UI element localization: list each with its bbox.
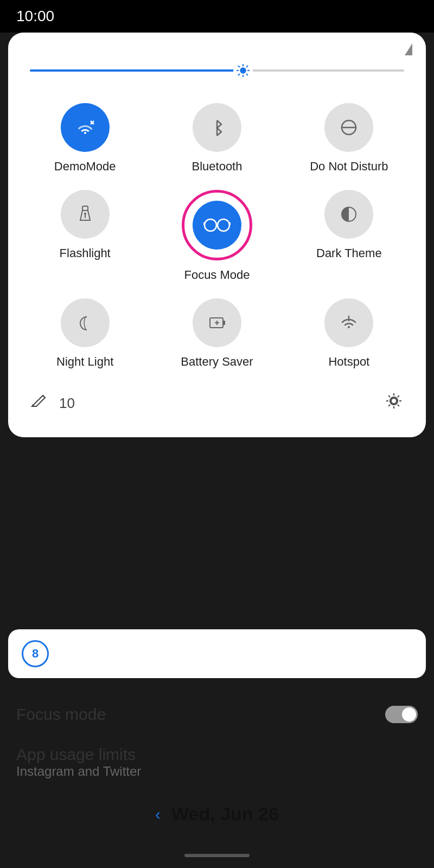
tile-focus-mode[interactable]: Focus Mode xyxy=(156,190,277,282)
tile-circle-night-light xyxy=(61,298,110,347)
signal-icon xyxy=(405,43,412,58)
pencil-icon xyxy=(30,392,48,411)
tile-circle-bluetooth xyxy=(193,103,241,152)
focus-glasses-icon xyxy=(203,218,231,232)
bluetooth-icon xyxy=(207,117,227,138)
app-usage-text: App usage limits Instagram and Twitter xyxy=(16,745,141,779)
tile-dnd[interactable]: Do Not Disturb xyxy=(289,103,410,174)
flashlight-icon xyxy=(75,204,95,225)
tile-circle-focus-mode xyxy=(193,201,241,250)
gear-icon xyxy=(384,391,404,411)
tile-battery-saver[interactable]: Battery Saver xyxy=(156,298,277,369)
tile-dark-theme[interactable]: Dark Theme xyxy=(289,190,410,282)
hotspot-icon xyxy=(338,312,360,334)
tile-label-flashlight: Flashlight xyxy=(60,246,111,260)
wifi-x-icon xyxy=(73,116,97,139)
tile-circle-dnd xyxy=(324,103,373,152)
tile-demo-mode[interactable]: DemoMode xyxy=(24,103,145,174)
tile-circle-hotspot xyxy=(324,298,373,347)
svg-rect-15 xyxy=(82,206,88,210)
night-light-icon xyxy=(75,312,95,333)
tile-circle-battery-saver xyxy=(193,298,241,347)
tile-bluetooth[interactable]: Bluetooth xyxy=(156,103,277,174)
svg-line-6 xyxy=(246,74,248,75)
tile-label-focus-mode: Focus Mode xyxy=(184,268,250,282)
date-bar: ‹ Wed, Jun 26 xyxy=(0,803,434,825)
app-usage-item[interactable]: App usage limits Instagram and Twitter xyxy=(16,735,418,790)
app-usage-label: App usage limits xyxy=(16,745,141,764)
tile-label-demo-mode: DemoMode xyxy=(54,159,116,174)
focus-mode-label: Focus mode xyxy=(16,705,106,724)
focus-ring xyxy=(182,190,252,260)
focus-mode-item[interactable]: Focus mode xyxy=(16,694,418,735)
brightness-thumb[interactable] xyxy=(233,61,253,80)
tile-circle-flashlight xyxy=(61,190,110,239)
tile-count: 10 xyxy=(59,395,75,412)
tile-circle-demo-mode xyxy=(61,103,110,152)
brightness-track xyxy=(30,69,404,72)
notification-badge: 8 xyxy=(22,640,49,667)
sun-icon xyxy=(236,63,250,78)
status-bar: 10:00 xyxy=(0,0,434,33)
svg-rect-25 xyxy=(223,321,225,325)
status-time: 10:00 xyxy=(16,8,54,25)
quick-settings-panel: DemoMode Bluetooth Do Not Disturb xyxy=(8,33,426,437)
svg-point-19 xyxy=(218,219,229,231)
tile-label-hotspot: Hotspot xyxy=(328,355,369,369)
svg-line-7 xyxy=(246,66,248,67)
svg-point-29 xyxy=(391,398,397,404)
dark-theme-icon xyxy=(338,203,360,225)
tile-label-bluetooth: Bluetooth xyxy=(192,159,242,174)
dnd-icon xyxy=(338,117,360,138)
tile-flashlight[interactable]: Flashlight xyxy=(24,190,145,282)
date-display: Wed, Jun 26 xyxy=(171,803,279,825)
tile-hotspot[interactable]: Hotspot xyxy=(289,298,410,369)
svg-line-8 xyxy=(238,74,240,75)
tile-label-night-light: Night Light xyxy=(56,355,113,369)
svg-point-17 xyxy=(84,213,86,215)
battery-saver-icon xyxy=(207,312,227,333)
tile-label-dnd: Do Not Disturb xyxy=(310,159,388,174)
tile-label-dark-theme: Dark Theme xyxy=(316,246,382,260)
tiles-grid: DemoMode Bluetooth Do Not Disturb xyxy=(24,103,410,369)
brightness-control[interactable] xyxy=(24,60,410,81)
bottom-left: 10 xyxy=(30,392,75,414)
notification-panel[interactable]: 8 xyxy=(8,629,426,678)
tile-circle-dark-theme xyxy=(324,190,373,239)
home-indicator[interactable] xyxy=(184,854,250,857)
tile-night-light[interactable]: Night Light xyxy=(24,298,145,369)
notification-count: 8 xyxy=(32,647,39,661)
svg-point-18 xyxy=(205,219,216,231)
focus-mode-toggle[interactable] xyxy=(385,706,418,723)
tile-label-battery-saver: Battery Saver xyxy=(181,355,253,369)
background-content: Focus mode App usage limits Instagram an… xyxy=(0,694,434,790)
qs-bottom-bar: 10 xyxy=(24,391,410,416)
edit-button[interactable] xyxy=(30,392,48,414)
brightness-fill xyxy=(30,69,243,72)
svg-line-5 xyxy=(238,66,240,67)
settings-button[interactable] xyxy=(384,391,404,416)
date-prev-arrow[interactable]: ‹ xyxy=(155,805,161,824)
app-usage-sub: Instagram and Twitter xyxy=(16,764,141,779)
